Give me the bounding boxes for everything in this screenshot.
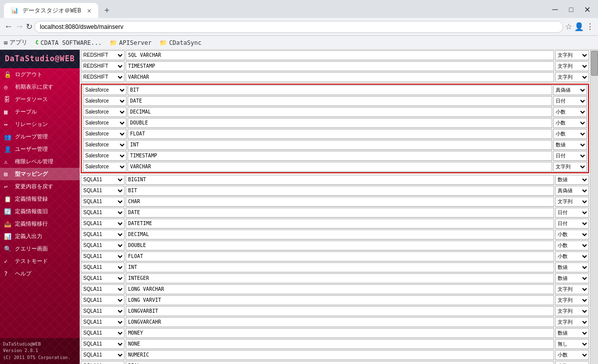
map-select[interactable]: 文字列数値小数日付真偽値無し: [555, 197, 589, 207]
map-select[interactable]: 文字列数値小数日付真偽値無し: [555, 241, 589, 250]
source-select[interactable]: REDSHIFTSalesforceSQLA11: [81, 50, 125, 60]
bookmark-cdata[interactable]: C CDATA SOFTWARE...: [35, 39, 102, 46]
source-select[interactable]: REDSHIFTSalesforceSQLA11: [83, 85, 127, 95]
sidebar-item-typemap[interactable]: ⊞ 型マッピング: [0, 168, 80, 180]
sidebar-item-def-migrate[interactable]: 📤 定義情報移行: [0, 218, 80, 230]
map-select[interactable]: 文字列数値小数日付真偽値無し: [555, 273, 589, 283]
map-select[interactable]: 文字列数値小数日付真偽値無し: [555, 230, 589, 240]
bookmark-cdatasync[interactable]: 📁 CDataSync: [159, 39, 201, 46]
minimize-button[interactable]: ─: [548, 3, 562, 15]
map-select[interactable]: 文字列数値小数日付真偽値無し: [555, 350, 589, 360]
source-select[interactable]: REDSHIFTSalesforceSQLA11: [81, 241, 125, 250]
type-input[interactable]: [126, 339, 554, 349]
map-select[interactable]: 文字列数値小数日付真偽値無し: [555, 284, 589, 294]
bookmark-apps[interactable]: ⊞ アプリ: [4, 38, 27, 47]
source-select[interactable]: REDSHIFTSalesforceSQLA11: [81, 219, 125, 229]
type-input[interactable]: [126, 197, 554, 207]
map-select[interactable]: 文字列数値小数日付真偽値無し: [555, 317, 589, 327]
map-select[interactable]: 文字列数値小数日付真偽値無し: [553, 140, 587, 150]
type-input[interactable]: [126, 295, 554, 305]
forward-button[interactable]: →: [15, 21, 24, 32]
close-button[interactable]: ✕: [580, 3, 594, 15]
map-select[interactable]: 文字列数値小数日付真偽値無し: [555, 219, 589, 229]
source-select[interactable]: REDSHIFTSalesforceSQLA11: [81, 361, 125, 364]
sidebar-item-query[interactable]: 🔍 クエリー画面: [0, 243, 80, 255]
type-input[interactable]: [126, 317, 554, 327]
sidebar-item-def-io[interactable]: 📊 定義入出力: [0, 230, 80, 243]
sidebar-item-relation[interactable]: ↔ リレーション: [0, 118, 80, 130]
type-input[interactable]: [126, 251, 554, 261]
sidebar-item-user[interactable]: 👤 ユーザー管理: [0, 143, 80, 155]
source-select[interactable]: REDSHIFTSalesforceSQLA11: [81, 230, 125, 240]
map-select[interactable]: 文字列数値小数日付真偽値無し: [555, 306, 589, 316]
source-select[interactable]: REDSHIFTSalesforceSQLA11: [81, 197, 125, 207]
type-input[interactable]: [126, 284, 554, 294]
type-input[interactable]: [126, 350, 554, 360]
type-input[interactable]: [128, 85, 552, 95]
map-select[interactable]: 文字列数値小数日付真偽値無し: [553, 151, 587, 161]
map-select[interactable]: 文字列数値小数日付真偽値無し: [553, 96, 587, 106]
source-select[interactable]: REDSHIFTSalesforceSQLA11: [81, 273, 125, 283]
sidebar-item-def-register[interactable]: 📋 定義情報登録: [0, 193, 80, 205]
type-input[interactable]: [126, 219, 554, 229]
map-select[interactable]: 文字列数値小数日付真偽値無し: [555, 328, 589, 338]
content-scroll[interactable]: REDSHIFTSalesforceSQLA11文字列数値小数日付真偽値無しRE…: [80, 50, 590, 364]
active-tab[interactable]: 📊 データスタジオ＠WEB ✕: [4, 3, 98, 18]
type-input[interactable]: [126, 262, 554, 272]
type-input[interactable]: [126, 328, 554, 338]
source-select[interactable]: REDSHIFTSalesforceSQLA11: [81, 295, 125, 305]
map-select[interactable]: 文字列数値小数日付真偽値無し: [555, 251, 589, 261]
source-select[interactable]: REDSHIFTSalesforceSQLA11: [81, 186, 125, 196]
source-select[interactable]: REDSHIFTSalesforceSQLA11: [81, 61, 125, 71]
type-input[interactable]: [126, 175, 554, 185]
map-select[interactable]: 文字列数値小数日付真偽値無し: [553, 129, 587, 139]
sidebar-item-table[interactable]: ▦ テーブル: [0, 106, 80, 118]
map-select[interactable]: 文字列数値小数日付真偽値無し: [555, 295, 589, 305]
sidebar-item-datasource[interactable]: 🗄 データソース: [0, 93, 80, 106]
sidebar-item-group[interactable]: 👥 グループ管理: [0, 130, 80, 143]
source-select[interactable]: REDSHIFTSalesforceSQLA11: [81, 339, 125, 349]
map-select[interactable]: 文字列数値小数日付真偽値無し: [555, 50, 589, 60]
map-select[interactable]: 文字列数値小数日付真偽値無し: [555, 361, 589, 364]
type-input[interactable]: [126, 306, 554, 316]
source-select[interactable]: REDSHIFTSalesforceSQLA11: [81, 72, 125, 82]
new-tab-button[interactable]: +: [100, 3, 114, 18]
user-account-button[interactable]: 👤: [574, 22, 584, 31]
source-select[interactable]: REDSHIFTSalesforceSQLA11: [81, 208, 125, 218]
source-select[interactable]: REDSHIFTSalesforceSQLA11: [83, 96, 127, 106]
type-input[interactable]: [128, 107, 552, 117]
type-input[interactable]: [126, 230, 554, 240]
type-input[interactable]: [126, 61, 554, 71]
source-select[interactable]: REDSHIFTSalesforceSQLA11: [81, 306, 125, 316]
source-select[interactable]: REDSHIFTSalesforceSQLA11: [81, 317, 125, 327]
map-select[interactable]: 文字列数値小数日付真偽値無し: [555, 262, 589, 272]
url-input[interactable]: [34, 21, 563, 33]
source-select[interactable]: REDSHIFTSalesforceSQLA11: [83, 129, 127, 139]
sidebar-item-logout[interactable]: 🔓 ログアウト: [0, 68, 80, 81]
type-input[interactable]: [128, 162, 552, 172]
back-button[interactable]: ←: [4, 21, 13, 32]
map-select[interactable]: 文字列数値小数日付真偽値無し: [553, 85, 587, 95]
sidebar-item-def-restore[interactable]: 🔄 定義情報復旧: [0, 205, 80, 218]
map-select[interactable]: 文字列数値小数日付真偽値無し: [555, 175, 589, 185]
sidebar-item-revert[interactable]: ↩ 変更内容を戻す: [0, 180, 80, 193]
map-select[interactable]: 文字列数値小数日付真偽値無し: [555, 339, 589, 349]
source-select[interactable]: REDSHIFTSalesforceSQLA11: [81, 251, 125, 261]
bookmark-apiserver[interactable]: 📁 APIServer: [110, 39, 151, 46]
scrollbar[interactable]: [590, 50, 598, 364]
type-input[interactable]: [128, 151, 552, 161]
map-select[interactable]: 文字列数値小数日付真偽値無し: [553, 162, 587, 172]
type-input[interactable]: [128, 129, 552, 139]
map-select[interactable]: 文字列数値小数日付真偽値無し: [555, 186, 589, 196]
type-input[interactable]: [126, 361, 554, 364]
source-select[interactable]: REDSHIFTSalesforceSQLA11: [83, 118, 127, 128]
source-select[interactable]: REDSHIFTSalesforceSQLA11: [83, 107, 127, 117]
sidebar-item-permission[interactable]: ⚠ 権限レベル管理: [0, 155, 80, 168]
map-select[interactable]: 文字列数値小数日付真偽値無し: [553, 107, 587, 117]
map-select[interactable]: 文字列数値小数日付真偽値無し: [555, 72, 589, 82]
type-input[interactable]: [126, 208, 554, 218]
refresh-button[interactable]: ↻: [26, 22, 32, 31]
type-input[interactable]: [126, 50, 554, 60]
source-select[interactable]: REDSHIFTSalesforceSQLA11: [81, 284, 125, 294]
type-input[interactable]: [126, 241, 554, 250]
